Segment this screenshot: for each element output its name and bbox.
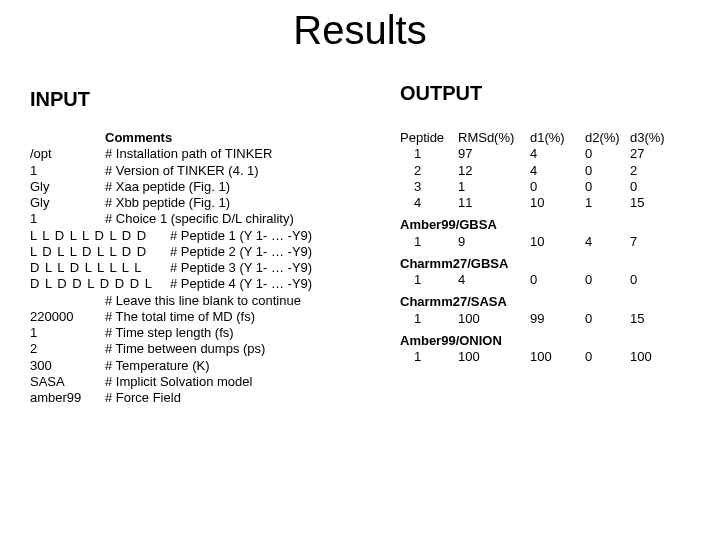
output-heading: OUTPUT (400, 82, 482, 105)
cell-rmsd: 9 (458, 234, 530, 250)
page-title: Results (0, 8, 720, 53)
cell-d2: 0 (585, 272, 630, 288)
cell-peptide: 4 (400, 195, 458, 211)
cell-peptide: 1 (400, 349, 458, 365)
cell-d1: 100 (530, 349, 585, 365)
output-row: 212402 (400, 163, 670, 179)
input-row: 1# Choice 1 (specific D/L chirality) (30, 211, 312, 227)
cell-rmsd: 97 (458, 146, 530, 162)
output-row: 110099015 (400, 311, 670, 327)
cell-d3: 0 (630, 272, 670, 288)
input-key: 1 (30, 325, 105, 341)
input-comment: # Version of TINKER (4. 1) (105, 163, 259, 179)
output-header-row: PeptideRMSd(%)d1(%)d2(%)d3(%) (400, 130, 670, 146)
input-comment: # Time step length (fs) (105, 325, 234, 341)
cell-d3: 27 (630, 146, 670, 162)
input-row: Gly# Xaa peptide (Fig. 1) (30, 179, 312, 195)
input-row: SASA# Implicit Solvation model (30, 374, 312, 390)
input-seq: D L L D L L L L L (30, 260, 170, 276)
cell-d2: 0 (585, 311, 630, 327)
input-seq-row: L L D L L D L D D# Peptide 1 (Y 1- … -Y9… (30, 228, 312, 244)
col-d3: d3(%) (630, 130, 670, 146)
input-seq-row: L D L L D L L D D# Peptide 2 (Y 1- … -Y9… (30, 244, 312, 260)
cell-d1: 0 (530, 179, 585, 195)
input-row: 2# Time between dumps (ps) (30, 341, 312, 357)
input-comment: # Choice 1 (specific D/L chirality) (105, 211, 294, 227)
input-row: 300# Temperature (K) (30, 358, 312, 374)
input-row: 220000# The total time of MD (fs) (30, 309, 312, 325)
input-comment: # Implicit Solvation model (105, 374, 252, 390)
slide: Results INPUT OUTPUT Comments /opt# Inst… (0, 0, 720, 540)
input-row: amber99# Force Field (30, 390, 312, 406)
cell-d1: 4 (530, 163, 585, 179)
cell-rmsd: 11 (458, 195, 530, 211)
input-key: /opt (30, 146, 105, 162)
input-comment: # Peptide 2 (Y 1- … -Y9) (170, 244, 312, 260)
input-comment: # Peptide 4 (Y 1- … -Y9) (170, 276, 312, 292)
input-comment: # Temperature (K) (105, 358, 210, 374)
input-comment: # Peptide 3 (Y 1- … -Y9) (170, 260, 312, 276)
input-key: SASA (30, 374, 105, 390)
input-key: 220000 (30, 309, 105, 325)
input-comment: # Installation path of TINKER (105, 146, 272, 162)
cell-rmsd: 100 (458, 311, 530, 327)
cell-d1: 99 (530, 311, 585, 327)
cell-rmsd: 1 (458, 179, 530, 195)
input-row: Gly# Xbb peptide (Fig. 1) (30, 195, 312, 211)
input-block: Comments /opt# Installation path of TINK… (30, 130, 312, 406)
output-group-name: Amber99/GBSA (400, 217, 670, 233)
input-comment: # The total time of MD (fs) (105, 309, 255, 325)
cell-d2: 4 (585, 234, 630, 250)
cell-rmsd: 4 (458, 272, 530, 288)
output-row: 31000 (400, 179, 670, 195)
cell-peptide: 1 (400, 272, 458, 288)
cell-rmsd: 100 (458, 349, 530, 365)
cell-d2: 0 (585, 349, 630, 365)
input-seq-row: D L D D L D D D L# Peptide 4 (Y 1- … -Y9… (30, 276, 312, 292)
input-row: 1# Version of TINKER (4. 1) (30, 163, 312, 179)
input-seq-row: D L L D L L L L L# Peptide 3 (Y 1- … -Y9… (30, 260, 312, 276)
input-comment: # Xbb peptide (Fig. 1) (105, 195, 230, 211)
cell-d1: 4 (530, 146, 585, 162)
cell-d3: 2 (630, 163, 670, 179)
input-comment: # Xaa peptide (Fig. 1) (105, 179, 230, 195)
input-key: 1 (30, 163, 105, 179)
output-block: PeptideRMSd(%)d1(%)d2(%)d3(%) 1974027 21… (400, 130, 670, 365)
cell-d3: 100 (630, 349, 670, 365)
input-row: /opt# Installation path of TINKER (30, 146, 312, 162)
cell-peptide: 1 (400, 234, 458, 250)
input-comment: # Time between dumps (ps) (105, 341, 265, 357)
cell-d1: 10 (530, 234, 585, 250)
cell-d3: 15 (630, 311, 670, 327)
col-d1: d1(%) (530, 130, 585, 146)
output-group-name: Charmm27/GBSA (400, 256, 670, 272)
cell-d3: 15 (630, 195, 670, 211)
input-heading: INPUT (30, 88, 90, 111)
input-blank-row: # Leave this line blank to continue (30, 293, 312, 309)
cell-d2: 1 (585, 195, 630, 211)
comments-label: Comments (105, 130, 312, 146)
output-row: 14000 (400, 272, 670, 288)
output-group-name: Charmm27/SASA (400, 294, 670, 310)
input-key: 2 (30, 341, 105, 357)
input-key: amber99 (30, 390, 105, 406)
input-key: 300 (30, 358, 105, 374)
cell-peptide: 2 (400, 163, 458, 179)
col-rmsd: RMSd(%) (458, 130, 530, 146)
cell-peptide: 3 (400, 179, 458, 195)
input-seq: L L D L L D L D D (30, 228, 170, 244)
cell-peptide: 1 (400, 311, 458, 327)
output-row: 11001000100 (400, 349, 670, 365)
cell-d1: 10 (530, 195, 585, 211)
input-seq: D L D D L D D D L (30, 276, 170, 292)
cell-d2: 0 (585, 179, 630, 195)
cell-rmsd: 12 (458, 163, 530, 179)
cell-peptide: 1 (400, 146, 458, 162)
cell-d2: 0 (585, 146, 630, 162)
col-peptide: Peptide (400, 130, 458, 146)
cell-d3: 7 (630, 234, 670, 250)
output-row: 1974027 (400, 146, 670, 162)
input-key: Gly (30, 195, 105, 211)
output-row: 191047 (400, 234, 670, 250)
input-key: 1 (30, 211, 105, 227)
